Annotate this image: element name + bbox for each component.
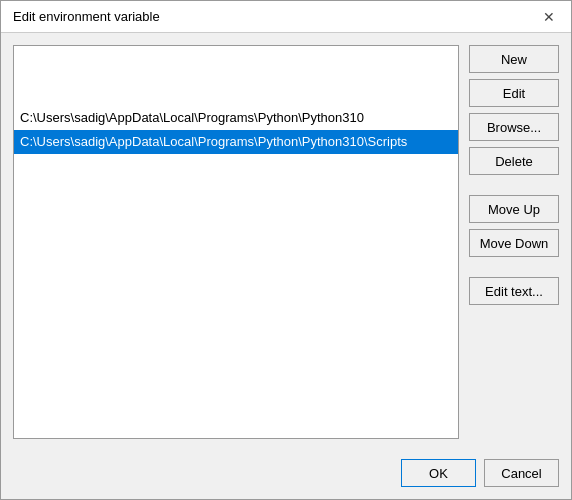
close-button[interactable]: ✕ [539, 7, 559, 27]
dialog-footer: OK Cancel [1, 451, 571, 499]
dialog-title: Edit environment variable [13, 9, 160, 24]
edit-env-var-dialog: Edit environment variable ✕ C:\Users\sad… [0, 0, 572, 500]
move-down-button[interactable]: Move Down [469, 229, 559, 257]
title-bar: Edit environment variable ✕ [1, 1, 571, 33]
separator2 [469, 263, 559, 271]
list-item[interactable]: C:\Users\sadig\AppData\Local\Programs\Py… [14, 130, 458, 154]
env-var-list-container: C:\Users\sadig\AppData\Local\Programs\Py… [13, 45, 459, 439]
browse-button[interactable]: Browse... [469, 113, 559, 141]
cancel-button[interactable]: Cancel [484, 459, 559, 487]
separator [469, 181, 559, 189]
edit-button[interactable]: Edit [469, 79, 559, 107]
sidebar-buttons: New Edit Browse... Delete Move Up Move D… [469, 45, 559, 439]
delete-button[interactable]: Delete [469, 147, 559, 175]
list-item[interactable]: C:\Users\sadig\AppData\Local\Programs\Py… [14, 106, 458, 130]
dialog-body: C:\Users\sadig\AppData\Local\Programs\Py… [1, 33, 571, 451]
move-up-button[interactable]: Move Up [469, 195, 559, 223]
new-button[interactable]: New [469, 45, 559, 73]
edit-text-button[interactable]: Edit text... [469, 277, 559, 305]
env-var-list-scroll[interactable]: C:\Users\sadig\AppData\Local\Programs\Py… [14, 46, 458, 438]
ok-button[interactable]: OK [401, 459, 476, 487]
